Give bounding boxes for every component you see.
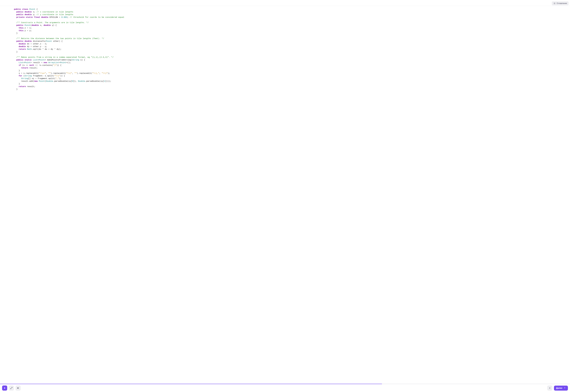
code-token: "\\)" bbox=[54, 75, 60, 77]
code-token: Double bbox=[78, 80, 85, 82]
code-token: , bbox=[72, 72, 74, 74]
code-token bbox=[32, 59, 33, 61]
code-token bbox=[14, 56, 16, 58]
code-token bbox=[14, 77, 21, 80]
code-token: < bbox=[24, 61, 25, 64]
code-token: Point bbox=[25, 61, 30, 64]
code-token: "" bbox=[48, 72, 51, 74]
code-token: )) { bbox=[60, 75, 65, 77]
code-token: result; bbox=[28, 67, 38, 69]
code-token: .y bbox=[24, 29, 27, 32]
code-token: static bbox=[26, 16, 33, 18]
code-token: y; bbox=[32, 14, 37, 16]
code-token: x; bbox=[43, 43, 47, 45]
code-token: || bbox=[35, 64, 38, 66]
code-token: [] xy bbox=[28, 77, 35, 80]
code-token: = bbox=[41, 61, 42, 64]
code-token: } bbox=[14, 51, 17, 53]
code-token bbox=[14, 59, 16, 61]
code-token: y; bbox=[28, 29, 32, 32]
code-token bbox=[14, 14, 16, 16]
code-token bbox=[40, 16, 41, 18]
code-block: public class Point { public double x; //… bbox=[0, 6, 570, 92]
code-token bbox=[24, 40, 25, 42]
code-token: return bbox=[19, 48, 26, 50]
code-token: , bbox=[46, 72, 48, 74]
code-token: String bbox=[72, 59, 79, 61]
code-token: "\\s+" bbox=[39, 72, 46, 74]
code-token: )) { bbox=[56, 64, 61, 66]
code-token: public bbox=[16, 14, 23, 16]
code-token: Point bbox=[60, 61, 66, 64]
code-token: double bbox=[43, 24, 51, 26]
code-token: .sqrt(dx bbox=[32, 48, 42, 50]
code-token: Point bbox=[39, 59, 45, 61]
code-token: new bbox=[34, 80, 38, 82]
volume-button[interactable] bbox=[15, 385, 21, 391]
code-token: == bbox=[26, 64, 28, 66]
code-token: = bbox=[30, 45, 32, 48]
code-token bbox=[42, 61, 43, 64]
code-token: dx bbox=[43, 48, 48, 50]
code-token: ")" bbox=[53, 64, 57, 66]
code-token: public bbox=[16, 11, 23, 13]
code-token: ( bbox=[45, 80, 46, 82]
code-token: other.y bbox=[32, 45, 42, 48]
code-token: private bbox=[16, 16, 25, 18]
code-token bbox=[47, 61, 48, 64]
code-token: String bbox=[21, 77, 28, 80]
volume-icon bbox=[17, 387, 19, 389]
footer: Далее bbox=[0, 384, 570, 392]
code-token bbox=[14, 48, 19, 50]
code-token: Point bbox=[39, 80, 45, 82]
code-token: "\\(" bbox=[66, 72, 72, 74]
code-token: >(); bbox=[66, 61, 71, 64]
code-token: ); bbox=[59, 77, 61, 80]
code-token: public bbox=[16, 40, 23, 42]
code-token bbox=[14, 24, 16, 26]
play-button[interactable] bbox=[2, 385, 7, 391]
code-token bbox=[24, 59, 25, 61]
code-token: /** Constructs a Point. The arguments ar… bbox=[16, 22, 89, 24]
code-token: /** Makes points from a string in a comm… bbox=[16, 56, 113, 58]
code-token bbox=[24, 11, 25, 13]
code-token: - bbox=[42, 43, 43, 45]
code-token: ( bbox=[22, 75, 25, 77]
toc-button[interactable]: Оглавление bbox=[552, 1, 569, 5]
code-token: = bbox=[27, 27, 28, 29]
fullscreen-button[interactable] bbox=[9, 385, 14, 391]
code-token: Double bbox=[46, 80, 53, 82]
code-token: // threshold for coords to be considered… bbox=[70, 16, 124, 18]
code-token: dy bbox=[50, 48, 54, 50]
svg-point-0 bbox=[554, 3, 554, 3]
code-token: Math bbox=[27, 48, 32, 50]
code-token: .parseDouble(xy[ bbox=[53, 80, 72, 82]
code-token bbox=[14, 75, 19, 77]
code-token: // y coordinate in tile lengths bbox=[37, 14, 73, 16]
code-token: ArrayList bbox=[48, 61, 59, 64]
code-token: 1 bbox=[104, 80, 105, 82]
code-token: = bbox=[27, 29, 28, 32]
next-button[interactable]: Далее bbox=[554, 386, 568, 391]
code-token: + bbox=[48, 48, 50, 50]
code-token: String bbox=[25, 75, 32, 77]
code-token bbox=[24, 24, 25, 26]
code-token: y) { bbox=[51, 24, 56, 26]
code-token: double bbox=[19, 45, 26, 48]
code-token bbox=[14, 85, 19, 88]
code-token: return bbox=[19, 85, 26, 88]
code-token: fragment: s.split( bbox=[32, 75, 54, 77]
code-token: final bbox=[34, 16, 40, 18]
code-token: fragment.split( bbox=[37, 77, 56, 80]
code-token: double bbox=[25, 14, 32, 16]
code-token: , bbox=[99, 72, 102, 74]
code-token: List bbox=[19, 61, 24, 64]
code-token: public bbox=[16, 24, 23, 26]
code-token bbox=[60, 16, 61, 18]
code-token bbox=[28, 8, 29, 10]
code-token: ).replaceAll( bbox=[77, 72, 92, 74]
code-token bbox=[14, 27, 19, 29]
prev-button[interactable] bbox=[547, 385, 552, 391]
code-token: EPSILON bbox=[48, 16, 59, 18]
expand-icon bbox=[10, 387, 13, 389]
